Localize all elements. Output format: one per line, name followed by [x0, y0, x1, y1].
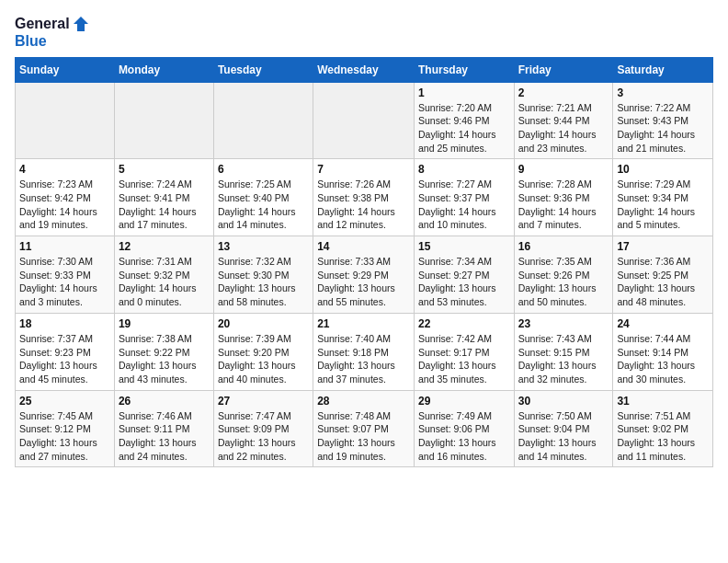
calendar-week-row: 4Sunrise: 7:23 AM Sunset: 9:42 PM Daylig…: [16, 159, 713, 236]
day-of-week-header: Sunday: [16, 57, 115, 82]
day-info: Sunrise: 7:21 AM Sunset: 9:44 PM Dayligh…: [518, 101, 609, 155]
day-of-week-header: Wednesday: [313, 57, 415, 82]
day-number: 6: [218, 163, 309, 176]
day-number: 1: [418, 86, 510, 99]
calendar-week-row: 11Sunrise: 7:30 AM Sunset: 9:33 PM Dayli…: [16, 236, 713, 314]
calendar-cell: 1Sunrise: 7:20 AM Sunset: 9:46 PM Daylig…: [414, 82, 514, 159]
calendar-cell: 6Sunrise: 7:25 AM Sunset: 9:40 PM Daylig…: [213, 159, 313, 236]
calendar-cell: 15Sunrise: 7:34 AM Sunset: 9:27 PM Dayli…: [414, 236, 514, 314]
calendar-cell: 18Sunrise: 7:37 AM Sunset: 9:23 PM Dayli…: [16, 313, 115, 390]
day-info: Sunrise: 7:38 AM Sunset: 9:22 PM Dayligh…: [119, 332, 210, 386]
day-info: Sunrise: 7:22 AM Sunset: 9:43 PM Dayligh…: [617, 101, 709, 155]
calendar-cell: 2Sunrise: 7:21 AM Sunset: 9:44 PM Daylig…: [514, 82, 613, 159]
day-number: 5: [119, 163, 210, 176]
calendar-cell: 28Sunrise: 7:48 AM Sunset: 9:07 PM Dayli…: [313, 390, 415, 467]
logo: General Blue: [15, 15, 90, 50]
calendar-cell: 23Sunrise: 7:43 AM Sunset: 9:15 PM Dayli…: [514, 313, 613, 390]
day-number: 25: [19, 395, 110, 408]
calendar-cell: 11Sunrise: 7:30 AM Sunset: 9:33 PM Dayli…: [16, 236, 115, 314]
logo-general: General: [15, 16, 70, 32]
calendar-cell: [313, 82, 415, 159]
day-number: 13: [218, 240, 309, 253]
calendar-cell: [213, 82, 313, 159]
day-info: Sunrise: 7:51 AM Sunset: 9:02 PM Dayligh…: [617, 409, 709, 464]
logo-blue: Blue: [15, 33, 90, 50]
calendar-cell: 30Sunrise: 7:50 AM Sunset: 9:04 PM Dayli…: [514, 390, 613, 467]
calendar-cell: 25Sunrise: 7:45 AM Sunset: 9:12 PM Dayli…: [16, 390, 115, 467]
day-info: Sunrise: 7:43 AM Sunset: 9:15 PM Dayligh…: [518, 332, 609, 386]
calendar-cell: 24Sunrise: 7:44 AM Sunset: 9:14 PM Dayli…: [613, 313, 713, 390]
day-of-week-header: Saturday: [613, 57, 713, 82]
day-number: 4: [19, 163, 110, 176]
logo-container: General Blue: [15, 15, 90, 50]
day-number: 17: [617, 240, 709, 253]
day-number: 3: [617, 86, 709, 99]
day-number: 11: [19, 240, 110, 253]
day-number: 20: [218, 317, 309, 330]
calendar-cell: 3Sunrise: 7:22 AM Sunset: 9:43 PM Daylig…: [613, 82, 713, 159]
day-number: 10: [617, 163, 709, 176]
calendar-week-row: 1Sunrise: 7:20 AM Sunset: 9:46 PM Daylig…: [16, 82, 713, 159]
calendar-cell: 10Sunrise: 7:29 AM Sunset: 9:34 PM Dayli…: [613, 159, 713, 236]
day-info: Sunrise: 7:26 AM Sunset: 9:38 PM Dayligh…: [317, 178, 410, 232]
calendar-cell: 8Sunrise: 7:27 AM Sunset: 9:37 PM Daylig…: [414, 159, 514, 236]
day-info: Sunrise: 7:50 AM Sunset: 9:04 PM Dayligh…: [518, 409, 609, 464]
day-number: 9: [518, 163, 609, 176]
day-number: 14: [317, 240, 410, 253]
calendar-cell: 13Sunrise: 7:32 AM Sunset: 9:30 PM Dayli…: [213, 236, 313, 314]
day-number: 7: [317, 163, 410, 176]
calendar-cell: 20Sunrise: 7:39 AM Sunset: 9:20 PM Dayli…: [213, 313, 313, 390]
day-number: 16: [518, 240, 609, 253]
calendar-cell: 27Sunrise: 7:47 AM Sunset: 9:09 PM Dayli…: [213, 390, 313, 467]
day-number: 23: [518, 317, 609, 330]
day-info: Sunrise: 7:23 AM Sunset: 9:42 PM Dayligh…: [19, 178, 110, 232]
calendar-cell: 31Sunrise: 7:51 AM Sunset: 9:02 PM Dayli…: [613, 390, 713, 467]
calendar-cell: 21Sunrise: 7:40 AM Sunset: 9:18 PM Dayli…: [313, 313, 415, 390]
day-info: Sunrise: 7:33 AM Sunset: 9:29 PM Dayligh…: [317, 255, 410, 309]
day-of-week-header: Tuesday: [213, 57, 313, 82]
day-info: Sunrise: 7:27 AM Sunset: 9:37 PM Dayligh…: [418, 178, 510, 232]
calendar-week-row: 18Sunrise: 7:37 AM Sunset: 9:23 PM Dayli…: [16, 313, 713, 390]
day-number: 18: [19, 317, 110, 330]
day-info: Sunrise: 7:32 AM Sunset: 9:30 PM Dayligh…: [218, 255, 309, 309]
calendar-cell: 19Sunrise: 7:38 AM Sunset: 9:22 PM Dayli…: [114, 313, 213, 390]
calendar-cell: 26Sunrise: 7:46 AM Sunset: 9:11 PM Dayli…: [114, 390, 213, 467]
day-info: Sunrise: 7:28 AM Sunset: 9:36 PM Dayligh…: [518, 178, 609, 232]
day-info: Sunrise: 7:36 AM Sunset: 9:25 PM Dayligh…: [617, 255, 709, 309]
day-info: Sunrise: 7:30 AM Sunset: 9:33 PM Dayligh…: [19, 255, 110, 309]
day-info: Sunrise: 7:49 AM Sunset: 9:06 PM Dayligh…: [418, 409, 510, 464]
day-number: 21: [317, 317, 410, 330]
day-number: 19: [119, 317, 210, 330]
day-info: Sunrise: 7:24 AM Sunset: 9:41 PM Dayligh…: [119, 178, 210, 232]
day-info: Sunrise: 7:45 AM Sunset: 9:12 PM Dayligh…: [19, 409, 110, 464]
day-number: 31: [617, 395, 709, 408]
calendar-header-row: SundayMondayTuesdayWednesdayThursdayFrid…: [16, 57, 713, 82]
calendar-cell: 4Sunrise: 7:23 AM Sunset: 9:42 PM Daylig…: [16, 159, 115, 236]
day-info: Sunrise: 7:44 AM Sunset: 9:14 PM Dayligh…: [617, 332, 709, 386]
day-info: Sunrise: 7:25 AM Sunset: 9:40 PM Dayligh…: [218, 178, 309, 232]
day-info: Sunrise: 7:48 AM Sunset: 9:07 PM Dayligh…: [317, 409, 410, 464]
day-number: 28: [317, 395, 410, 408]
day-number: 15: [418, 240, 510, 253]
calendar-cell: [16, 82, 115, 159]
day-number: 24: [617, 317, 709, 330]
page-header: General Blue: [15, 15, 713, 50]
calendar-cell: [114, 82, 213, 159]
calendar-cell: 16Sunrise: 7:35 AM Sunset: 9:26 PM Dayli…: [514, 236, 613, 314]
calendar-cell: 5Sunrise: 7:24 AM Sunset: 9:41 PM Daylig…: [114, 159, 213, 236]
day-info: Sunrise: 7:42 AM Sunset: 9:17 PM Dayligh…: [418, 332, 510, 386]
day-number: 26: [119, 395, 210, 408]
svg-marker-0: [74, 17, 88, 31]
day-number: 8: [418, 163, 510, 176]
calendar-cell: 29Sunrise: 7:49 AM Sunset: 9:06 PM Dayli…: [414, 390, 514, 467]
day-of-week-header: Monday: [114, 57, 213, 82]
calendar-cell: 12Sunrise: 7:31 AM Sunset: 9:32 PM Dayli…: [114, 236, 213, 314]
day-number: 22: [418, 317, 510, 330]
day-info: Sunrise: 7:34 AM Sunset: 9:27 PM Dayligh…: [418, 255, 510, 309]
day-info: Sunrise: 7:31 AM Sunset: 9:32 PM Dayligh…: [119, 255, 210, 309]
calendar-cell: 14Sunrise: 7:33 AM Sunset: 9:29 PM Dayli…: [313, 236, 415, 314]
day-info: Sunrise: 7:37 AM Sunset: 9:23 PM Dayligh…: [19, 332, 110, 386]
calendar-cell: 9Sunrise: 7:28 AM Sunset: 9:36 PM Daylig…: [514, 159, 613, 236]
day-info: Sunrise: 7:20 AM Sunset: 9:46 PM Dayligh…: [418, 101, 510, 155]
day-info: Sunrise: 7:46 AM Sunset: 9:11 PM Dayligh…: [119, 409, 210, 464]
